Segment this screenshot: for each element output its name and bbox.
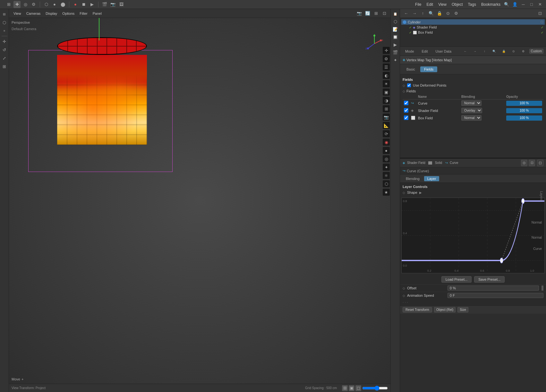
vp-obj-icon[interactable]: ◑ [383, 97, 390, 104]
vp-mode3-icon[interactable]: ◻ [355, 385, 361, 391]
menu-edit[interactable]: Edit [424, 2, 436, 7]
render-q-icon[interactable]: ▶ [392, 41, 399, 48]
user-icon[interactable]: 👤 [511, 1, 518, 8]
vp-record2-icon[interactable]: ◉ [383, 139, 390, 146]
vp-mode1-icon[interactable]: ⊞ [342, 385, 348, 391]
node-icon[interactable]: ⬡ [392, 18, 399, 25]
vp-filter-icon[interactable]: ☰ [383, 64, 390, 71]
move-icon[interactable]: ✛ [1, 38, 8, 45]
vp-eff-icon[interactable]: ✦ [383, 164, 390, 171]
offset-value-input[interactable] [448, 285, 539, 291]
curve-maximize-btn[interactable]: ⊡ [537, 160, 543, 166]
box-blending-select[interactable]: Normal [461, 115, 482, 121]
scale-icon[interactable]: ⤢ [1, 54, 8, 62]
circle-icon[interactable]: ◎ [22, 1, 29, 8]
record-icon[interactable]: ● [72, 1, 79, 8]
vp-sphere-icon[interactable]: ● [383, 147, 390, 154]
props-nav-up[interactable]: ↑ [419, 10, 426, 17]
viewport-menu-panel[interactable]: Panel [91, 11, 104, 16]
vp-transform-icon[interactable]: ⟳ [383, 130, 390, 137]
curve-enable-checkbox[interactable] [404, 101, 408, 105]
vp-snap-icon[interactable]: ✛ [383, 47, 390, 54]
menu-object[interactable]: Object [449, 2, 465, 7]
scene-icon[interactable]: ⬡ [1, 19, 8, 26]
tab-basic[interactable]: Basic [403, 66, 419, 72]
menu-view[interactable]: View [436, 2, 449, 7]
tree-item-shader-field[interactable]: ✓ ◈ Shader Field ✓ [401, 25, 545, 30]
transform-icon[interactable]: ⊞ [1, 63, 8, 70]
vp-light-icon[interactable]: ☀ [383, 80, 390, 87]
viewport-crop-icon[interactable]: ⊞ [372, 10, 380, 17]
vp-render-mode-icon[interactable]: ▣ [383, 89, 390, 96]
viewport-menu-view[interactable]: View [12, 11, 23, 16]
tex-icon[interactable]: 🔲 [392, 33, 399, 40]
shader-enable-checkbox[interactable] [404, 108, 408, 113]
size-select[interactable]: Size [457, 307, 468, 312]
mode-settings[interactable]: ⚙ [520, 48, 527, 55]
menu-file[interactable]: File [413, 2, 424, 7]
render3-icon[interactable]: 🖼 [118, 1, 125, 8]
tab-fields[interactable]: Fields [420, 66, 437, 72]
vp-mode2-icon[interactable]: ▣ [349, 385, 354, 391]
anim-speed-input[interactable] [448, 293, 543, 298]
load-preset-btn[interactable]: Load Preset... [441, 276, 472, 283]
viewport-menu-options[interactable]: Options [60, 11, 76, 16]
shape-expand-arrow[interactable]: ▶ [419, 191, 422, 194]
window-max-icon[interactable]: □ [528, 1, 535, 8]
anim-icon[interactable]: 🎬 [392, 49, 399, 56]
curve-ctrl-1[interactable]: ◎ [521, 160, 527, 166]
render-icon[interactable]: 🎬 [101, 1, 108, 8]
edit-btn[interactable]: Edit [419, 49, 431, 54]
cube-icon[interactable]: ⬡ [43, 1, 50, 8]
tag-type-select[interactable]: Custom [529, 49, 543, 54]
viewport-close-icon[interactable]: ⊡ [381, 10, 388, 17]
vp-shading-icon[interactable]: ◐ [383, 72, 390, 79]
menu-bookmarks[interactable]: Bookmarks [479, 2, 503, 7]
viewport-menu-display[interactable]: Display [44, 11, 59, 16]
mode-lock[interactable]: 🔒 [500, 48, 508, 55]
rotate-icon[interactable]: ↺ [1, 46, 8, 54]
mode-nav-up[interactable]: ↑ [481, 48, 488, 55]
curve-ctrl-2[interactable]: ⊡ [529, 160, 535, 166]
save-preset-btn[interactable]: Save Preset... [474, 276, 505, 283]
props-nav-forward[interactable]: → [411, 10, 418, 17]
tree-item-box-field[interactable]: ✓ ⬜ Box Field ✓ [401, 30, 545, 35]
sphere-icon[interactable]: ● [51, 1, 58, 8]
render2-icon[interactable]: 📷 [109, 1, 116, 8]
props-search-icon[interactable]: 🔍 [428, 10, 435, 17]
window-min-icon[interactable]: ─ [520, 1, 527, 8]
viewport-menu-cameras[interactable]: Cameras [24, 11, 43, 16]
viewport-menu-filter[interactable]: Filter [78, 11, 89, 16]
grid-icon[interactable]: ⊞ [5, 1, 12, 8]
vp-measure-icon[interactable]: 📐 [383, 122, 390, 129]
viewport-camera-icon[interactable]: 📷 [356, 10, 363, 17]
viewport-render-icon[interactable]: 🔄 [364, 10, 371, 17]
curve-tab-layer[interactable]: Layer [424, 176, 439, 181]
curve-graph[interactable]: 0.8 0.4 0.0 0.2 0.4 0.6 0.8 1.0 [401, 198, 545, 273]
use-deformed-points-checkbox[interactable] [407, 83, 411, 87]
menu-tags[interactable]: Tags [465, 2, 479, 7]
vp-mat-icon[interactable]: ◎ [383, 155, 390, 162]
viewport-canvas[interactable]: Perspective Default Camera X Y Z ✛ [9, 18, 390, 384]
fx-icon[interactable]: ✦ [392, 56, 399, 64]
vp-grid-icon[interactable]: ⊞ [383, 105, 390, 112]
vp-blend-icon[interactable]: ⬡ [383, 180, 390, 187]
mode-btn[interactable]: Mode [403, 49, 417, 54]
mode-nav-fwd[interactable]: → [472, 48, 479, 55]
offset-slider-indicator[interactable] [542, 285, 543, 291]
shader-blending-select[interactable]: Overlay [461, 108, 482, 113]
props-home-icon[interactable]: ⊙ [444, 10, 451, 17]
curve-tab-blending[interactable]: Blending [403, 176, 423, 181]
props-settings-icon[interactable]: ⚙ [453, 10, 460, 17]
cursor-icon[interactable]: ✛ [13, 1, 21, 8]
props-icon[interactable]: 📋 [392, 10, 399, 17]
layers-icon[interactable]: ≡ [1, 27, 8, 35]
cylinder-icon[interactable]: ⬤ [59, 1, 66, 8]
userdata-btn[interactable]: User Data [433, 49, 454, 54]
object-manager-icon[interactable]: ▤ [1, 10, 8, 18]
vp-camera2-icon[interactable]: 📷 [383, 114, 390, 121]
search-icon[interactable]: 🔍 [503, 1, 510, 8]
vp-fx-icon[interactable]: ★ [383, 189, 390, 196]
mode-search[interactable]: 🔍 [491, 48, 498, 55]
tree-item-cylinder[interactable]: ⬤ Cylinder ⬡ [401, 19, 545, 25]
